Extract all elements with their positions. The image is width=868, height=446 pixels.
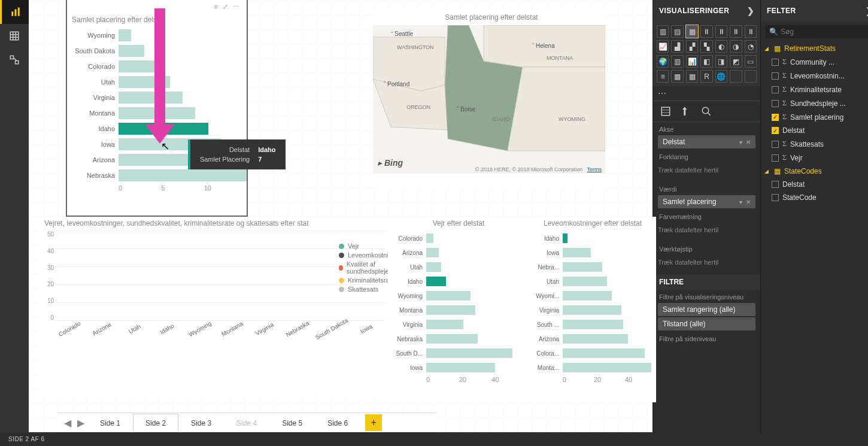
visual-overall-rank-bar[interactable]: ≡ ⤢ ⋯ Samlet placering efter delstat Wyo… (67, 0, 247, 216)
bar-row[interactable]: South ... (524, 317, 656, 332)
field-item[interactable]: ΣVejr (761, 151, 868, 165)
bar-row[interactable]: Idaho (67, 121, 247, 136)
bar-row[interactable]: Nebraska (67, 168, 247, 183)
field-checkbox[interactable]: ✓ (772, 114, 779, 121)
bar-row[interactable]: Iowa (388, 360, 524, 375)
bar-row[interactable]: Colorado (388, 231, 524, 245)
field-well-chip-axis[interactable]: Delstat▾✕ (658, 135, 755, 148)
visualization-type-chip[interactable]: ⏸ (715, 25, 727, 38)
visualization-type-chip[interactable]: ▟ (671, 40, 683, 53)
visualization-type-chip[interactable]: ◧ (700, 55, 712, 68)
visualization-type-chip[interactable] (730, 70, 742, 83)
bar-row[interactable]: Utah (388, 260, 524, 274)
visualization-type-chip[interactable]: ▭ (745, 55, 757, 68)
field-item[interactable]: ΣKriminalitetsrate (761, 83, 868, 96)
visualization-type-chip[interactable] (745, 70, 757, 83)
field-item[interactable]: Delstat (761, 178, 868, 191)
add-page-button[interactable]: + (365, 414, 382, 431)
field-item[interactable]: ΣCommunity ... (761, 55, 868, 69)
map-canvas[interactable]: ◦Seattle WASHINGTON ◦Helena MONTANA ◦Por… (373, 25, 605, 174)
visualization-type-chip[interactable]: ▦ (686, 25, 698, 38)
page-tab[interactable]: Side 5 (269, 414, 315, 432)
bar-row[interactable]: Idaho (524, 231, 656, 245)
visualization-type-chip[interactable]: ▤ (671, 25, 683, 38)
field-item[interactable]: ΣLeveomkostnin... (761, 69, 868, 83)
tab-scroll-right[interactable]: ▶ (74, 415, 87, 430)
field-item[interactable]: ✓Delstat (761, 124, 868, 137)
focus-mode-icon[interactable]: ⤢ (223, 3, 228, 11)
visualization-type-chip[interactable]: 📊 (686, 55, 698, 68)
visualization-type-chip[interactable]: ▦ (686, 70, 698, 83)
bar-row[interactable]: Wyoming (67, 28, 247, 43)
visualization-type-chip[interactable]: 🌐 (715, 70, 727, 83)
bar-row[interactable]: Virginia (524, 303, 656, 317)
field-item[interactable]: ΣSundhedspleje ... (761, 96, 868, 110)
format-tab-icon[interactable] (681, 106, 691, 117)
visualization-type-chip[interactable]: ▦ (671, 70, 683, 83)
bar-row[interactable]: Colora... (524, 346, 656, 360)
field-well-tooltip[interactable]: Træk datafelter hertil (658, 255, 755, 269)
visualization-type-chip[interactable]: 🌍 (657, 55, 669, 68)
visualization-type-chip[interactable]: ▥ (671, 55, 683, 68)
bar-row[interactable]: Wyoming (388, 289, 524, 303)
fields-search-input[interactable] (781, 28, 868, 36)
page-tab[interactable]: Side 3 (178, 414, 224, 432)
field-checkbox[interactable] (772, 59, 779, 66)
field-well-legend[interactable]: Træk datafelter hertil (658, 163, 755, 177)
remove-field-icon[interactable]: ✕ (746, 139, 751, 145)
report-canvas[interactable]: ≡ ⤢ ⋯ Samlet placering efter delstat Wyo… (29, 0, 652, 432)
bar-row[interactable]: Iowa (524, 245, 656, 260)
field-item[interactable]: ΣSkattesats (761, 137, 868, 151)
visualization-type-chip[interactable]: ◑ (730, 40, 742, 53)
visualization-type-chip[interactable]: ⏸ (700, 25, 712, 38)
bar-row[interactable]: Idaho (388, 274, 524, 289)
bar-row[interactable]: Nebraska (388, 332, 524, 346)
visualization-type-chip[interactable]: ▞ (686, 40, 698, 53)
bar-row[interactable]: Montana (67, 105, 247, 121)
visual-weather-bar[interactable]: Vejr efter delstat ColoradoArizonaUtahId… (388, 217, 524, 402)
visualization-type-chip[interactable]: ▥ (657, 25, 669, 38)
page-tab[interactable]: Side 1 (87, 414, 133, 432)
visualization-type-chip[interactable]: ⏸ (730, 25, 742, 38)
filter-chip[interactable]: Samlet rangering (alle) (658, 303, 755, 316)
field-checkbox[interactable] (772, 181, 779, 188)
collapse-pane-icon[interactable]: ❯ (747, 6, 755, 16)
bar-row[interactable]: Colorado (67, 59, 247, 74)
fields-search[interactable]: 🔍 (766, 25, 868, 38)
visualization-type-chip[interactable]: ≡ (657, 70, 669, 83)
field-checkbox[interactable] (772, 72, 779, 80)
bar-row[interactable]: Virginia (67, 90, 247, 105)
field-checkbox[interactable] (772, 194, 779, 201)
collapse-pane-icon[interactable]: ❯ (866, 6, 869, 16)
visual-multi-metric-columns[interactable]: Vejret, leveomkostninger, sundhedskvalit… (40, 217, 387, 396)
bar-row[interactable]: Arizona (388, 245, 524, 260)
filter-chip[interactable]: Tilstand (alle) (658, 317, 755, 330)
bar-row[interactable]: Nebra... (524, 260, 656, 274)
bar-row[interactable]: Wyomi... (524, 289, 656, 303)
drill-mode-icon[interactable]: ≡ (214, 3, 218, 11)
visualization-type-chip[interactable]: ◩ (730, 55, 742, 68)
field-checkbox[interactable]: ✓ (772, 127, 779, 134)
bar-row[interactable]: Monta... (524, 360, 656, 375)
bar-row[interactable]: Utah (524, 274, 656, 289)
bar-row[interactable]: Montana (388, 303, 524, 317)
field-well-chip-value[interactable]: Samlet placering▾✕ (658, 195, 755, 208)
field-item[interactable]: StateCode (761, 191, 868, 204)
bar-row[interactable]: Arizona (524, 332, 656, 346)
data-view-btn[interactable] (0, 24, 29, 48)
bar-row[interactable]: Virginia (388, 317, 524, 332)
visual-cost-bar[interactable]: Leveomkostninger efter delstat IdahoIowa… (524, 217, 656, 402)
field-item[interactable]: ✓ΣSamlet placering (761, 110, 868, 124)
more-options-icon[interactable]: ⋯ (233, 3, 239, 11)
visualization-type-chip[interactable]: ◐ (715, 40, 727, 53)
visualization-type-chip[interactable]: R (700, 70, 712, 83)
visualization-type-chip[interactable]: ◔ (745, 40, 757, 53)
remove-field-icon[interactable]: ✕ (746, 199, 751, 205)
model-view-btn[interactable] (0, 48, 29, 72)
bar-row[interactable]: South Dakota (67, 43, 247, 59)
field-well-saturation[interactable]: Træk datafelter hertil (658, 223, 755, 237)
table-header[interactable]: ◢▦StateCodes (761, 165, 868, 178)
map-terms-link[interactable]: Terms (587, 166, 602, 172)
table-header[interactable]: ◢▦RetirementStats (761, 42, 868, 55)
analytics-tab-icon[interactable] (701, 106, 712, 117)
